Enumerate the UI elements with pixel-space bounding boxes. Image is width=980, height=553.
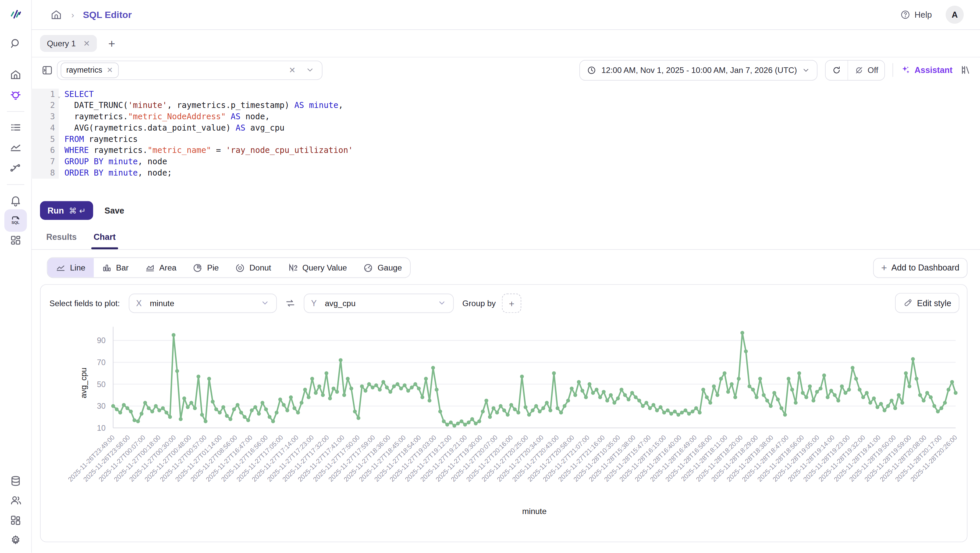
data-point: [285, 408, 290, 412]
chart-type-query-value[interactable]: Query Value: [279, 258, 355, 277]
data-point: [353, 409, 357, 413]
run-label: Run: [48, 206, 64, 215]
data-point: [374, 383, 378, 388]
auto-refresh-off-button[interactable]: Off: [848, 60, 885, 79]
save-button[interactable]: Save: [105, 206, 124, 215]
data-point: [410, 385, 414, 389]
table-chip[interactable]: raymetrics ✕: [60, 62, 119, 78]
chart-type-label: Gauge: [378, 263, 402, 272]
settings-gear-icon[interactable]: [10, 534, 22, 547]
code-line[interactable]: DATE_TRUNC('minute', raymetrics.p_timest…: [64, 100, 353, 111]
y-axis-title: avg_cpu: [79, 367, 88, 398]
add-to-dashboard-button[interactable]: + Add to Dashboard: [873, 257, 967, 278]
help-button[interactable]: Help: [900, 10, 932, 20]
refresh-button[interactable]: [826, 60, 848, 79]
search-icon[interactable]: [10, 38, 22, 50]
tab-close-icon[interactable]: ✕: [83, 39, 90, 48]
chart-type-donut[interactable]: Donut: [227, 258, 279, 277]
chart-type-gauge[interactable]: Gauge: [355, 258, 410, 277]
data-point: [822, 373, 826, 377]
data-point: [847, 388, 851, 392]
sql-code-editor[interactable]: 1⌄2345678 SELECT DATE_TRUNC('minute', ra…: [31, 89, 980, 178]
tab-chart[interactable]: Chart: [94, 229, 116, 249]
integrations-blocks-icon[interactable]: [10, 514, 22, 527]
data-point: [804, 396, 808, 399]
data-point: [548, 408, 552, 412]
data-point: [559, 411, 563, 415]
dashboards-icon[interactable]: [10, 234, 22, 247]
code-line[interactable]: SELECT: [64, 89, 353, 100]
users-icon[interactable]: [10, 494, 22, 507]
data-point: [556, 407, 560, 410]
panel-toggle-icon[interactable]: [40, 63, 54, 76]
data-point: [851, 366, 855, 370]
page-title: SQL Editor: [83, 10, 132, 20]
reference-library-icon[interactable]: [960, 64, 971, 76]
time-range-picker[interactable]: 12:00 AM, Nov 1, 2025 - 10:00 AM, Jan 7,…: [580, 60, 818, 80]
query-value-icon: [287, 262, 298, 273]
breadcrumb-home-icon[interactable]: [50, 8, 63, 21]
data-point: [790, 388, 794, 392]
avatar[interactable]: A: [946, 6, 964, 24]
database-icon[interactable]: [10, 475, 22, 487]
list-icon[interactable]: [10, 121, 22, 134]
home-icon[interactable]: [10, 68, 22, 81]
chart-type-bar[interactable]: Bar: [93, 258, 137, 277]
data-point: [932, 404, 936, 408]
table-chip-remove-icon[interactable]: ✕: [107, 66, 113, 74]
data-point: [158, 408, 161, 412]
chart-type-pie[interactable]: Pie: [185, 258, 227, 277]
sidebar-item-sql-editor[interactable]: SQL: [4, 209, 27, 232]
data-point: [438, 409, 442, 413]
code-line[interactable]: WHERE raymetrics."metric_name" = 'ray_no…: [64, 145, 353, 156]
chart-type-area[interactable]: Area: [137, 258, 185, 277]
fold-caret-icon[interactable]: ⌄: [58, 91, 60, 102]
data-point: [502, 408, 506, 412]
code-line[interactable]: AVG(raymetrics.data_point_value) AS avg_…: [64, 122, 353, 134]
data-point: [541, 407, 545, 410]
gauge-icon: [363, 262, 373, 272]
data-point: [189, 401, 193, 405]
y-tick-label: 90: [97, 336, 106, 345]
code-line[interactable]: GROUP BY minute, node: [64, 156, 353, 168]
code-line[interactable]: raymetrics."metric_NodeAddress" AS node,: [64, 111, 353, 122]
new-query-tab-button[interactable]: +: [108, 38, 115, 50]
add-group-by-button[interactable]: +: [502, 293, 521, 313]
data-point: [676, 413, 680, 417]
chart-type-line[interactable]: Line: [48, 258, 94, 277]
data-point: [868, 401, 872, 405]
edit-style-button[interactable]: Edit style: [895, 293, 959, 313]
data-point: [751, 388, 755, 392]
data-point: [900, 401, 904, 405]
table-select[interactable]: raymetrics ✕ ✕: [57, 60, 323, 79]
data-point: [815, 390, 819, 394]
data-point: [733, 396, 737, 399]
data-point: [247, 418, 250, 423]
select-clear-icon[interactable]: ✕: [289, 65, 295, 75]
code-line[interactable]: ORDER BY minute, node;: [64, 168, 353, 179]
data-point: [602, 390, 606, 394]
swap-axes-icon[interactable]: [285, 297, 296, 308]
code-line[interactable]: FROM raymetrics: [64, 133, 353, 145]
notifications-bell-icon[interactable]: [10, 194, 22, 207]
data-point: [197, 375, 200, 378]
x-field-select[interactable]: X minute: [129, 293, 277, 313]
line-chart[interactable]: 90705030102025-11-26T23:49:002025-11-26T…: [41, 314, 967, 542]
sql-code[interactable]: SELECT DATE_TRUNC('minute', raymetrics.p…: [59, 89, 353, 178]
tab-results[interactable]: Results: [46, 229, 77, 249]
cmd-key-icon: ⌘: [69, 206, 77, 215]
assistant-button[interactable]: Assistant: [900, 65, 952, 75]
pipeline-flow-icon[interactable]: [10, 161, 22, 174]
tab-query-1[interactable]: Query 1 ✕: [40, 35, 97, 52]
y-field-select[interactable]: Y avg_cpu: [304, 293, 453, 313]
run-button[interactable]: Run ⌘ ↵: [40, 201, 93, 220]
data-point: [605, 399, 609, 403]
data-point: [214, 407, 218, 412]
data-point: [772, 391, 776, 395]
tab-query-1-label: Query 1: [47, 39, 76, 48]
data-point: [378, 388, 382, 392]
metrics-trend-icon[interactable]: [10, 142, 22, 154]
chevron-down-icon[interactable]: [305, 66, 314, 74]
plus-icon: +: [881, 262, 887, 272]
insights-lightbulb-icon[interactable]: [10, 89, 22, 102]
